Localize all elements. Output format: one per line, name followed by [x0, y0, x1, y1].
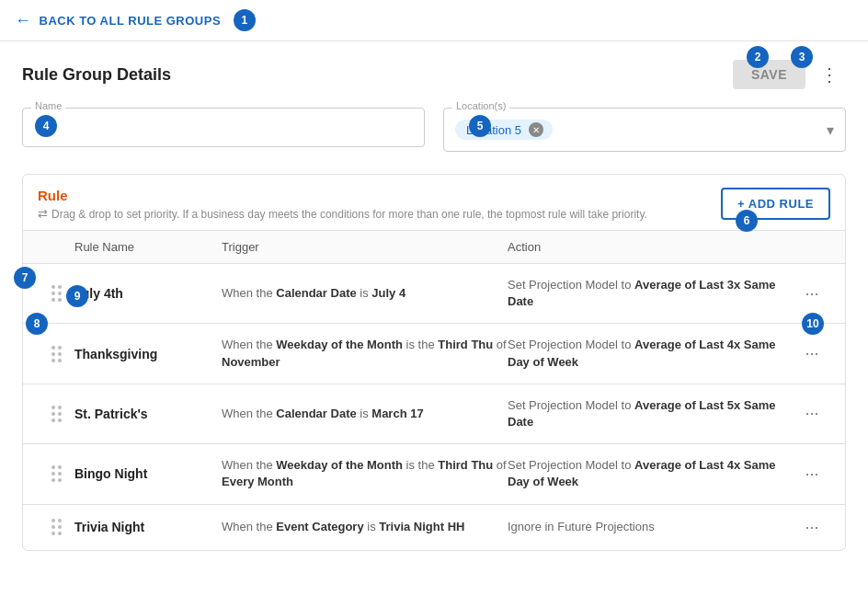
- rule-section: Rule ⇄ Drag & drop to set priority. If a…: [22, 174, 846, 551]
- row-more-button[interactable]: ···: [794, 518, 830, 537]
- annotation-badge-5: 5: [469, 115, 491, 137]
- annotation-badge-10: 10: [802, 313, 824, 335]
- table-row: Bingo Night When the Weekday of the Mont…: [23, 444, 845, 504]
- trigger-text: When the Calendar Date is July 4: [222, 285, 508, 302]
- trigger-text: When the Weekday of the Month is the Thi…: [222, 457, 508, 490]
- back-arrow-icon: ←: [15, 11, 32, 30]
- rule-name: July 4th: [74, 286, 222, 301]
- action-text: Set Projection Model to Average of Last …: [508, 277, 794, 310]
- col-trigger: Trigger: [222, 240, 508, 254]
- action-text: Set Projection Model to Average of Last …: [508, 337, 794, 370]
- col-rule-name: Rule Name: [74, 240, 222, 254]
- page-title: Rule Group Details: [22, 65, 171, 85]
- location-label: Location(s): [452, 100, 509, 111]
- location-select[interactable]: Location 5 ✕ ▾: [443, 108, 846, 152]
- name-input[interactable]: Location 5: [22, 108, 425, 147]
- annotation-badge-7: 7: [14, 267, 36, 289]
- drag-handle[interactable]: [38, 465, 74, 482]
- rule-subtitle-text: Drag & drop to set priority. If a busine…: [51, 208, 647, 221]
- rule-name: Trivia Night: [74, 520, 222, 534]
- drag-hint-icon: ⇄: [38, 207, 48, 221]
- more-options-button[interactable]: ⋮: [813, 60, 846, 89]
- annotation-badge-6: 6: [736, 210, 758, 232]
- annotation-badge-4: 4: [35, 115, 57, 137]
- annotation-badge-8: 8: [26, 313, 48, 335]
- rule-name: St. Patrick's: [74, 407, 222, 421]
- row-more-button[interactable]: ···: [794, 284, 830, 304]
- table-row: Trivia Night When the Event Category is …: [23, 505, 845, 550]
- rule-name: Thanksgiving: [74, 347, 222, 361]
- row-more-button[interactable]: ···: [794, 464, 830, 484]
- col-more: [794, 240, 830, 254]
- rule-title-block: Rule ⇄ Drag & drop to set priority. If a…: [38, 188, 647, 221]
- add-rule-label: + ADD RULE: [737, 197, 814, 211]
- annotation-badge-9: 9: [66, 285, 88, 307]
- back-to-rule-groups-link[interactable]: ← BACK TO ALL RULE GROUPS 1: [15, 9, 256, 31]
- location-field-container: Location(s) Location 5 ✕ ▾: [443, 108, 846, 152]
- drag-handle[interactable]: [38, 346, 74, 362]
- nav-badge-1: 1: [234, 9, 256, 31]
- row-more-button[interactable]: ···: [794, 404, 830, 423]
- action-text: Set Projection Model to Average of Last …: [508, 397, 794, 430]
- table-row: July 4th When the Calendar Date is July …: [23, 264, 845, 324]
- name-field-container: Name Location 5: [22, 108, 425, 152]
- action-text: Ignore in Future Projections: [508, 519, 794, 535]
- rule-title: Rule: [38, 188, 647, 203]
- trigger-text: When the Event Category is Trivia Night …: [222, 519, 508, 535]
- annotation-badge-2: 2: [747, 46, 769, 68]
- rule-subtitle: ⇄ Drag & drop to set priority. If a busi…: [38, 207, 647, 221]
- rule-section-header: Rule ⇄ Drag & drop to set priority. If a…: [23, 175, 845, 231]
- annotation-badge-3: 3: [791, 46, 813, 68]
- action-text: Set Projection Model to Average of Last …: [508, 457, 794, 490]
- dropdown-arrow-icon: ▾: [827, 121, 834, 139]
- name-label: Name: [31, 100, 65, 111]
- table-row: St. Patrick's When the Calendar Date is …: [23, 384, 845, 444]
- table-header: Rule Name Trigger Action: [23, 231, 845, 264]
- trigger-text: When the Calendar Date is March 17: [222, 406, 508, 422]
- chip-close-button[interactable]: ✕: [529, 122, 543, 137]
- table-row: Thanksgiving When the Weekday of the Mon…: [23, 324, 845, 384]
- col-drag: [38, 240, 74, 254]
- drag-handle[interactable]: [38, 519, 74, 535]
- drag-handle[interactable]: [38, 406, 74, 422]
- col-action: Action: [508, 240, 794, 254]
- row-more-button[interactable]: ···: [794, 344, 830, 363]
- trigger-text: When the Weekday of the Month is the Thi…: [222, 337, 508, 370]
- rule-name: Bingo Night: [74, 466, 222, 481]
- back-label: BACK TO ALL RULE GROUPS: [40, 14, 222, 28]
